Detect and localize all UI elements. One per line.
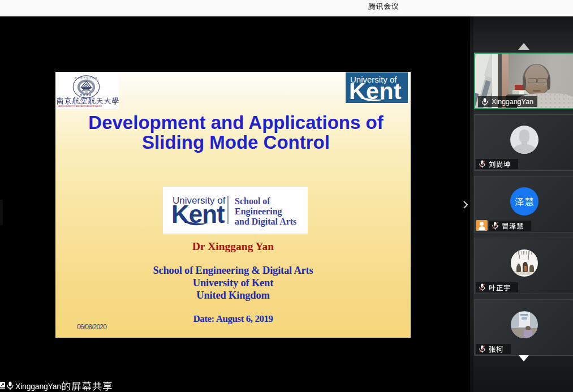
svg-text:南京航空航天大學: 南京航空航天大學 [75,76,98,79]
